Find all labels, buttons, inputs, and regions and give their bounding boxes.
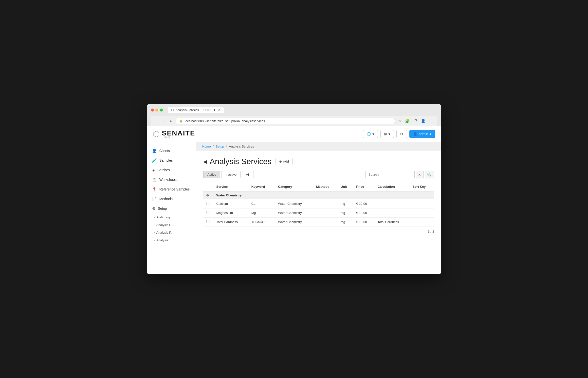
table-header: Service Keyword Category Methods Unit Pr… [203, 182, 434, 191]
url-text: localhost:8080/senaite/bika_setup/bika_a… [185, 119, 265, 123]
row-checkbox-total-hardness[interactable] [203, 217, 213, 227]
minimize-button[interactable] [155, 109, 158, 112]
search-go-button[interactable]: 🔍 [425, 171, 434, 178]
filter-all-tab[interactable]: All [242, 171, 254, 178]
app-header: ⬡ SENAITE LIMS 🌐 ▾ ⊞ ▾ ⚙ [147, 126, 441, 142]
address-bar[interactable]: 🔒 localhost:8080/senaite/bika_setup/bika… [176, 118, 395, 124]
app-container: ⬡ SENAITE LIMS 🌐 ▾ ⊞ ▾ ⚙ [147, 126, 441, 274]
lock-icon: 🔒 [179, 119, 183, 123]
row-checkbox-magnesium[interactable] [203, 208, 213, 217]
user-dropdown-icon: ▾ [430, 132, 431, 136]
bookmark-button[interactable]: ☆ [397, 118, 403, 124]
sidebar-item-methods[interactable]: 📄 Methods [147, 194, 196, 204]
sidebar-label-reference-samples: Reference Samples [159, 187, 190, 191]
methods-magnesium [313, 208, 338, 217]
app-body: 👤 Clients 🧪 Samples ◈ Batches 📋 Workshee… [147, 142, 441, 274]
calculation-total-hardness[interactable]: Total Hardness [375, 217, 410, 227]
table-row: Total Hardness THCaCO3 Water Chemistry m… [203, 217, 434, 227]
tab-favicon: ⬡ [171, 108, 174, 112]
grid-button[interactable]: ⊞ ▾ [380, 130, 394, 138]
breadcrumb-setup[interactable]: Setup [216, 145, 224, 148]
search-clear-button[interactable]: ✕ [416, 171, 424, 178]
header-price: Price [353, 182, 374, 191]
sidebar-item-setup[interactable]: ⚙ Setup [147, 204, 196, 213]
extension-button-2[interactable]: ⏱ [412, 118, 418, 124]
sidebar-item-reference-samples[interactable]: 📍 Reference Samples [147, 185, 196, 194]
sidebar-item-clients[interactable]: 👤 Clients [147, 146, 196, 156]
service-total-hardness[interactable]: Total Hardness [213, 217, 248, 227]
checkbox-total-hardness[interactable] [206, 220, 209, 223]
category-total-hardness[interactable]: Water Chemistry [275, 217, 313, 227]
forward-button[interactable]: → [161, 118, 167, 124]
sidebar-item-batches[interactable]: ◈ Batches [147, 165, 196, 175]
worksheets-icon: 📋 [152, 177, 157, 182]
category-calcium[interactable]: Water Chemistry [275, 199, 313, 208]
service-magnesium[interactable]: Magnesium [213, 208, 248, 217]
page-title-text: Analysis Services [210, 157, 272, 166]
checkbox-magnesium[interactable] [206, 211, 209, 214]
back-button[interactable]: ← [154, 118, 159, 124]
keyword-magnesium: Mg [248, 208, 275, 217]
sidebar-sub-item-analysis-t[interactable]: › Analysis T... [147, 236, 196, 244]
filter-inactive-tab[interactable]: Inactive [221, 171, 241, 178]
sidebar-label-samples: Samples [159, 158, 173, 162]
globe-button[interactable]: 🌐 ▾ [363, 130, 378, 138]
page-title-icon: ◂ [203, 157, 207, 166]
breadcrumb: Home / Setup / Analysis Services [196, 142, 441, 151]
traffic-lights [151, 109, 163, 112]
category-magnesium[interactable]: Water Chemistry [275, 208, 313, 217]
new-tab-button[interactable]: + [225, 107, 231, 113]
sidebar-label-clients: Clients [159, 149, 170, 153]
sidebar-item-worksheets[interactable]: 📋 Worksheets [147, 175, 196, 185]
settings-button[interactable]: ⚙ [396, 130, 407, 138]
tab-bar: ⬡ Analysis Services — SENAITE ✕ + [168, 107, 437, 113]
sub-label-analysis-c: Analysis C... [156, 223, 174, 227]
data-table: Service Keyword Category Methods Unit Pr… [203, 182, 434, 227]
add-icon: ⊕ [279, 160, 282, 163]
tab-close-button[interactable]: ✕ [218, 108, 220, 112]
user-menu-button[interactable]: 👤 admin ▾ [409, 130, 435, 138]
row-checkbox-calcium[interactable] [203, 199, 213, 208]
menu-button[interactable]: ⋮ [428, 118, 434, 124]
gear-icon: ⚙ [400, 132, 403, 136]
logo-text: SENAITE [162, 129, 195, 137]
methods-total-hardness [313, 217, 338, 227]
category-checkbox-cell: ⊙ [203, 191, 213, 199]
sidebar-sub-item-analysis-p[interactable]: › Analysis P... [147, 229, 196, 236]
user-icon: 👤 [413, 132, 417, 136]
refresh-button[interactable]: ↻ [169, 118, 174, 124]
search-icon: 🔍 [427, 173, 431, 177]
price-magnesium: € 10.00 [353, 208, 374, 217]
sub-label-analysis-p: Analysis P... [156, 231, 174, 234]
sort-key-magnesium [410, 208, 434, 217]
sidebar-label-methods: Methods [159, 197, 173, 201]
search-input[interactable] [365, 171, 415, 178]
close-button[interactable] [151, 109, 154, 112]
keyword-calcium: Ca [248, 199, 275, 208]
filter-active-tab[interactable]: Active [203, 171, 220, 178]
filter-bar: Active Inactive All ✕ 🔍 [203, 171, 434, 178]
checkbox-calcium[interactable] [206, 202, 209, 205]
logo-text-group: SENAITE LIMS [162, 129, 195, 139]
add-button[interactable]: ⊕ Add [276, 158, 293, 165]
sidebar-sub-item-audit-log[interactable]: › Audit Log [147, 213, 196, 221]
category-expand-icon[interactable]: ⊙ [206, 193, 209, 197]
sidebar-sub-item-analysis-c[interactable]: › Analysis C... [147, 221, 196, 229]
active-tab[interactable]: ⬡ Analysis Services — SENAITE ✕ [168, 107, 224, 113]
page-title: ◂ Analysis Services [203, 157, 272, 166]
add-label: Add [283, 160, 289, 163]
sidebar-item-samples[interactable]: 🧪 Samples [147, 156, 196, 165]
extension-button-1[interactable]: 🧩 [404, 118, 411, 124]
service-calcium[interactable]: Calcium [213, 199, 248, 208]
chevron-icon: › [154, 216, 155, 219]
methods-calcium [313, 199, 338, 208]
breadcrumb-sep-1: / [213, 145, 214, 148]
unit-total-hardness: mg [338, 217, 353, 227]
grid-dropdown-icon: ▾ [388, 132, 390, 136]
breadcrumb-home[interactable]: Home [202, 145, 211, 148]
grid-icon: ⊞ [384, 132, 387, 136]
profile-button[interactable]: 👤 [420, 118, 427, 124]
fullscreen-button[interactable] [160, 109, 163, 112]
keyword-total-hardness: THCaCO3 [248, 217, 275, 227]
setup-icon: ⚙ [152, 206, 155, 211]
